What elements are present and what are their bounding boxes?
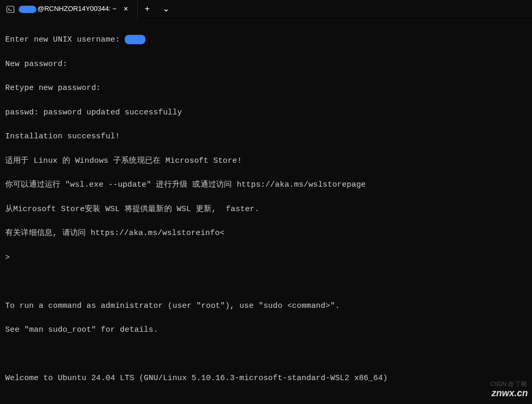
- terminal-tab[interactable]: @RCNHZOR14Y00344: ~ ✕: [0, 0, 138, 19]
- redacted-username: [125, 35, 145, 44]
- tab-dropdown-button[interactable]: ⌄: [156, 0, 175, 19]
- terminal-output[interactable]: Enter new UNIX username: New password: R…: [0, 19, 532, 404]
- output-line: 有关详细信息, 请访问 https://aka.ms/wslstoreinfo<: [5, 227, 527, 239]
- output-line: To run a command as administrator (user …: [5, 300, 527, 312]
- output-line: Retype new password:: [5, 82, 527, 94]
- output-line: [5, 397, 527, 404]
- output-line: 适用于 Linux 的 Windows 子系统现已在 Microsoft Sto…: [5, 155, 527, 167]
- output-line: >: [5, 252, 527, 264]
- terminal-icon: [6, 5, 15, 14]
- title-bar: @RCNHZOR14Y00344: ~ ✕ + ⌄: [0, 0, 532, 19]
- svg-rect-0: [7, 6, 14, 12]
- watermark-znwx: znwx.cn: [491, 386, 528, 401]
- output-line: 从Microsoft Store安装 WSL 将提供最新的 WSL 更新, fa…: [5, 203, 527, 215]
- output-line: Installation successful!: [5, 131, 527, 142]
- redacted-username: [19, 6, 36, 13]
- output-line: Welcome to Ubuntu 24.04 LTS (GNU/Linux 5…: [5, 372, 527, 384]
- output-line: See "man sudo_root" for details.: [5, 324, 527, 336]
- output-line: 你可以通过运行 "wsl.exe --update" 进行升级 或通过访问 ht…: [5, 179, 527, 191]
- output-line: Enter new UNIX username:: [5, 34, 527, 46]
- output-line: New password:: [5, 58, 527, 70]
- new-tab-button[interactable]: +: [138, 0, 156, 19]
- output-line: passwd: password updated successfully: [5, 107, 527, 119]
- output-line: [5, 276, 527, 288]
- output-line: [5, 348, 527, 360]
- tab-title: @RCNHZOR14Y00344: ~: [19, 4, 116, 14]
- tab-close-button[interactable]: ✕: [121, 4, 131, 15]
